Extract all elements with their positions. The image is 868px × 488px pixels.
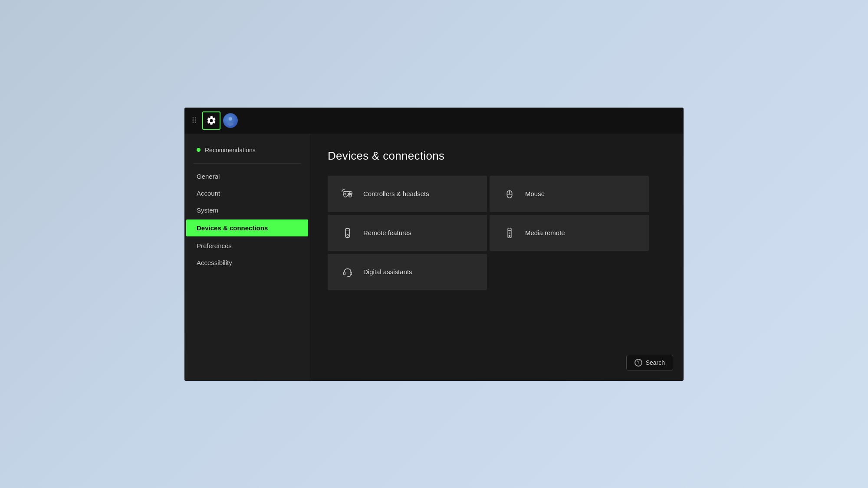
sidebar-preferences-label: Preferences — [197, 242, 232, 249]
mouse-label: Mouse — [525, 190, 545, 197]
svg-point-0 — [229, 117, 232, 121]
remote-features-icon — [340, 225, 355, 241]
svg-point-1 — [227, 122, 233, 126]
svg-rect-19 — [344, 272, 345, 275]
svg-point-6 — [349, 194, 350, 195]
avatar-icon — [225, 115, 236, 126]
sidebar-item-devices[interactable]: Devices & connections — [186, 219, 308, 236]
mouse-icon — [502, 186, 517, 202]
sidebar-system-label: System — [197, 206, 218, 214]
svg-point-5 — [350, 193, 351, 194]
controllers-label: Controllers & headsets — [363, 190, 429, 197]
main-content: Recommendations General Account System D… — [184, 134, 684, 381]
grid-item-mouse[interactable]: Mouse — [490, 176, 649, 212]
sidebar-item-preferences[interactable]: Preferences — [184, 237, 310, 254]
sidebar-item-recommendations[interactable]: Recommendations — [184, 142, 310, 158]
sidebar-devices-label: Devices & connections — [197, 224, 268, 232]
sidebar-general-label: General — [197, 173, 220, 180]
digital-assistants-icon — [340, 264, 355, 280]
sidebar-item-account[interactable]: Account — [184, 185, 310, 202]
media-remote-icon — [502, 225, 517, 241]
grid-item-digital-assistants[interactable]: Digital assistants — [328, 254, 487, 290]
content-area: Devices & connections — [310, 134, 684, 381]
svg-point-4 — [349, 193, 350, 193]
grid-item-controllers[interactable]: Controllers & headsets — [328, 176, 487, 212]
settings-icon-box[interactable] — [202, 111, 220, 130]
controller-icon — [340, 186, 355, 202]
svg-point-7 — [348, 193, 349, 194]
grid-item-remote-features[interactable]: Remote features — [328, 215, 487, 251]
digital-assistants-label: Digital assistants — [363, 268, 412, 275]
sidebar-item-general[interactable]: General — [184, 168, 310, 185]
sidebar-divider — [193, 163, 301, 164]
svg-point-13 — [347, 234, 349, 236]
top-bar: ⠿ — [184, 108, 684, 134]
svg-point-18 — [509, 235, 510, 236]
remote-features-label: Remote features — [363, 229, 411, 236]
sidebar-accessibility-label: Accessibility — [197, 259, 232, 266]
svg-rect-20 — [350, 272, 352, 275]
sidebar-recommendations-label: Recommendations — [205, 147, 256, 154]
search-circle-icon: Y — [635, 359, 642, 367]
online-indicator — [197, 148, 201, 152]
profile-avatar[interactable] — [223, 113, 238, 128]
sidebar-item-system[interactable]: System — [184, 202, 310, 219]
grid-item-media-remote[interactable]: Media remote — [490, 215, 649, 251]
settings-window: ⠿ Recommendations General Ac — [184, 108, 684, 381]
search-button-label: Search — [646, 359, 665, 366]
sidebar-item-accessibility[interactable]: Accessibility — [184, 254, 310, 271]
devices-grid: Controllers & headsets Mouse — [328, 176, 649, 290]
dots-icon: ⠿ — [191, 116, 196, 125]
media-remote-label: Media remote — [525, 229, 565, 236]
sidebar: Recommendations General Account System D… — [184, 134, 310, 381]
sidebar-account-label: Account — [197, 190, 220, 197]
search-button[interactable]: Y Search — [626, 355, 673, 370]
page-title: Devices & connections — [328, 149, 666, 163]
gear-icon — [206, 115, 217, 126]
